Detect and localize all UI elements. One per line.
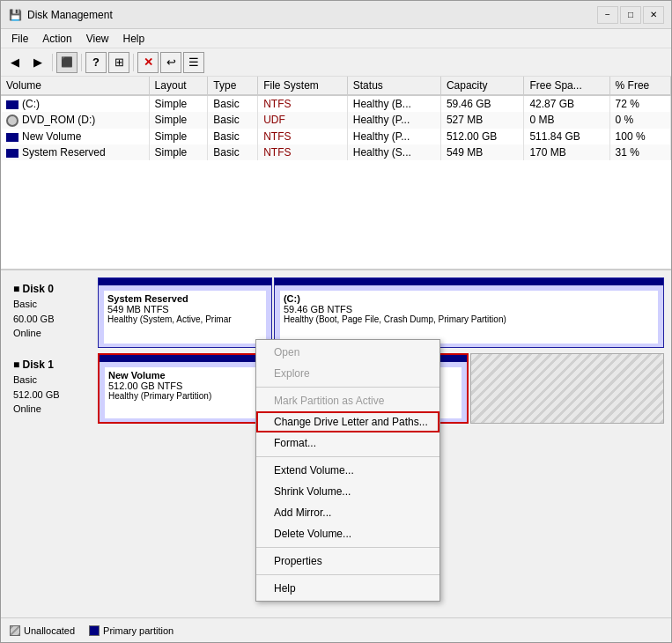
disk0-size: 60.00 GB (13, 312, 91, 327)
menu-view[interactable]: View (79, 31, 116, 47)
properties-button[interactable]: ⊞ (108, 52, 129, 73)
cell-type: Basic (208, 95, 258, 112)
primary-color (89, 625, 100, 636)
cell-status: Healthy (S... (347, 144, 440, 160)
toolbar-separator-3 (133, 54, 134, 71)
partition-unallocated (470, 353, 664, 424)
table-row[interactable]: (C:) Simple Basic NTFS Healthy (B... 59.… (1, 95, 671, 112)
partition-c[interactable]: (C:) 59.46 GB NTFS Healthy (Boot, Page F… (274, 277, 664, 348)
partition-content: (C:) 59.46 GB NTFS Healthy (Boot, Page F… (280, 291, 658, 344)
cell-status: Healthy (P... (347, 112, 440, 129)
cell-free: 42.87 GB (524, 95, 609, 112)
disk0-status: Online (13, 326, 91, 341)
cell-free: 170 MB (524, 144, 609, 160)
up-button[interactable]: ⬛ (56, 52, 78, 73)
cell-type: Basic (208, 112, 258, 129)
window-title: Disk Management (27, 9, 597, 21)
ctx-mark-active[interactable]: Mark Partition as Active (256, 390, 439, 411)
toolbar: ◀ ▶ ⬛ ? ⊞ ✕ ↩ ☰ (1, 48, 671, 77)
table-row[interactable]: DVD_ROM (D:) Simple Basic UDF Healthy (P… (1, 112, 671, 129)
back-button[interactable]: ◀ (4, 52, 26, 73)
delete-button[interactable]: ✕ (137, 52, 159, 73)
cell-percent: 72 % (609, 95, 670, 112)
disk-list-panel: Volume Layout Type File System Status Ca… (1, 77, 671, 270)
menu-help[interactable]: Help (116, 31, 152, 47)
cell-percent: 31 % (609, 144, 670, 160)
ctx-sep-1 (256, 387, 439, 388)
ctx-extend[interactable]: Extend Volume... (256, 460, 439, 481)
partition-status: Healthy (System, Active, Primar (107, 314, 262, 324)
legend: Unallocated Primary partition (1, 617, 671, 642)
help-button[interactable]: ? (85, 52, 107, 73)
disk1-type: Basic (13, 373, 91, 388)
menu-file[interactable]: File (4, 31, 35, 47)
partition-size: 549 MB NTFS (107, 304, 262, 314)
undo-button[interactable]: ↩ (160, 52, 181, 73)
ctx-explore[interactable]: Explore (256, 363, 439, 384)
col-capacity[interactable]: Capacity (440, 77, 523, 95)
ctx-format[interactable]: Format... (256, 432, 439, 454)
forward-button[interactable]: ▶ (27, 52, 48, 73)
cell-percent: 0 % (609, 112, 670, 129)
drive-icon (6, 149, 18, 158)
cell-filesystem: NTFS (258, 144, 348, 160)
drive-icon (6, 133, 18, 142)
disk0-name: ■ Disk 0 (13, 281, 91, 297)
legend-primary-label: Primary partition (103, 625, 174, 636)
col-status[interactable]: Status (347, 77, 440, 95)
table-row[interactable]: New Volume Simple Basic NTFS Healthy (P.… (1, 129, 671, 144)
window-controls: − □ ✕ (597, 6, 664, 24)
ctx-open[interactable]: Open (256, 342, 439, 363)
cell-capacity: 512.00 GB (440, 129, 523, 144)
ctx-change-drive[interactable]: Change Drive Letter and Paths... (256, 411, 439, 432)
cell-status: Healthy (B... (347, 95, 440, 112)
menu-action[interactable]: Action (35, 31, 78, 47)
context-menu: Open Explore Mark Partition as Active Ch… (255, 339, 440, 602)
cell-capacity: 527 MB (440, 112, 523, 129)
minimize-button[interactable]: − (597, 6, 618, 24)
ctx-properties[interactable]: Properties (256, 551, 439, 572)
disk1-label: ■ Disk 1 Basic 512.00 GB Online (8, 353, 96, 424)
partition-system-reserved[interactable]: System Reserved 549 MB NTFS Healthy (Sys… (98, 277, 272, 348)
disk0-partitions: System Reserved 549 MB NTFS Healthy (Sys… (98, 277, 664, 348)
disk0-label: ■ Disk 0 Basic 60.00 GB Online (8, 277, 96, 348)
cell-free: 0 MB (524, 112, 609, 129)
cell-layout: Simple (149, 129, 208, 144)
cell-volume: (C:) (1, 95, 149, 112)
table-row[interactable]: System Reserved Simple Basic NTFS Health… (1, 144, 671, 160)
ctx-shrink[interactable]: Shrink Volume... (256, 481, 439, 502)
cell-filesystem: UDF (258, 112, 348, 129)
title-bar: 💾 Disk Management − □ ✕ (1, 1, 671, 29)
cell-layout: Simple (149, 112, 208, 129)
ctx-add-mirror[interactable]: Add Mirror... (256, 502, 439, 523)
ctx-sep-4 (256, 574, 439, 575)
col-volume[interactable]: Volume (1, 77, 149, 95)
partition-name: (C:) (284, 293, 654, 304)
cell-type: Basic (208, 144, 258, 160)
ctx-sep-2 (256, 456, 439, 457)
col-layout[interactable]: Layout (149, 77, 208, 95)
col-type[interactable]: Type (208, 77, 258, 95)
disk1-name: ■ Disk 1 (13, 357, 91, 373)
col-filesystem[interactable]: File System (258, 77, 348, 95)
partition-status: Healthy (Boot, Page File, Crash Dump, Pr… (284, 314, 654, 324)
ctx-help[interactable]: Help (256, 578, 439, 599)
disk-table: Volume Layout Type File System Status Ca… (1, 77, 671, 160)
cell-capacity: 549 MB (440, 144, 523, 160)
toolbar-separator-2 (81, 54, 82, 71)
disk0-type: Basic (13, 297, 91, 312)
drive-icon (6, 100, 18, 109)
settings-button[interactable]: ☰ (183, 52, 204, 73)
close-button[interactable]: ✕ (643, 6, 664, 24)
ctx-delete[interactable]: Delete Volume... (256, 523, 439, 544)
col-percent[interactable]: % Free (609, 77, 670, 95)
disk1-size: 512.00 GB (13, 388, 91, 403)
partition-top-bar (275, 278, 663, 285)
cell-volume: DVD_ROM (D:) (1, 112, 149, 129)
maximize-button[interactable]: □ (620, 6, 641, 24)
toolbar-separator-1 (52, 54, 53, 71)
dvd-icon (6, 115, 18, 127)
cell-status: Healthy (P... (347, 129, 440, 144)
cell-free: 511.84 GB (524, 129, 609, 144)
col-free[interactable]: Free Spa... (524, 77, 609, 95)
